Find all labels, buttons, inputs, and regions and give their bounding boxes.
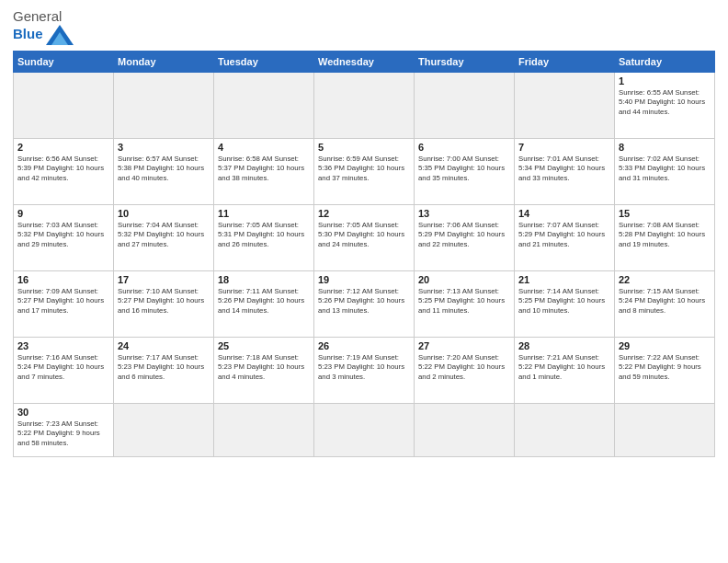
- week-row-1: 1Sunrise: 6:55 AM Sunset: 5:40 PM Daylig…: [14, 72, 715, 138]
- calendar-cell: [515, 72, 615, 138]
- day-info: Sunrise: 7:15 AM Sunset: 5:24 PM Dayligh…: [619, 287, 711, 316]
- calendar-cell: [214, 403, 314, 456]
- calendar-cell: 19Sunrise: 7:12 AM Sunset: 5:26 PM Dayli…: [314, 270, 415, 337]
- calendar-cell: 3Sunrise: 6:57 AM Sunset: 5:38 PM Daylig…: [114, 138, 214, 204]
- day-number: 16: [17, 274, 109, 285]
- day-number: 22: [619, 274, 711, 285]
- day-info: Sunrise: 7:05 AM Sunset: 5:31 PM Dayligh…: [218, 221, 310, 250]
- day-number: 5: [318, 142, 410, 153]
- day-info: Sunrise: 7:18 AM Sunset: 5:23 PM Dayligh…: [218, 353, 310, 383]
- day-info: Sunrise: 7:02 AM Sunset: 5:33 PM Dayligh…: [619, 155, 711, 184]
- calendar-cell: [114, 403, 214, 456]
- day-info: Sunrise: 7:04 AM Sunset: 5:32 PM Dayligh…: [118, 221, 210, 250]
- day-number: 24: [118, 340, 210, 351]
- weekday-header-sunday: Sunday: [14, 51, 114, 72]
- calendar-cell: 4Sunrise: 6:58 AM Sunset: 5:37 PM Daylig…: [214, 138, 314, 204]
- calendar-cell: 5Sunrise: 6:59 AM Sunset: 5:36 PM Daylig…: [314, 138, 415, 204]
- calendar-cell: 28Sunrise: 7:21 AM Sunset: 5:22 PM Dayli…: [515, 337, 615, 403]
- day-number: 8: [619, 142, 711, 153]
- day-number: 30: [17, 407, 109, 418]
- calendar-cell: 23Sunrise: 7:16 AM Sunset: 5:24 PM Dayli…: [14, 337, 114, 403]
- day-number: 21: [518, 274, 610, 285]
- day-number: 11: [218, 208, 310, 219]
- calendar-cell: 17Sunrise: 7:10 AM Sunset: 5:27 PM Dayli…: [114, 270, 214, 337]
- week-row-4: 16Sunrise: 7:09 AM Sunset: 5:27 PM Dayli…: [14, 270, 715, 337]
- day-number: 13: [418, 208, 510, 219]
- day-number: 29: [619, 340, 711, 351]
- weekday-header-row: SundayMondayTuesdayWednesdayThursdayFrid…: [14, 51, 715, 72]
- day-info: Sunrise: 7:05 AM Sunset: 5:30 PM Dayligh…: [318, 221, 410, 250]
- day-number: 25: [218, 340, 310, 351]
- day-info: Sunrise: 6:59 AM Sunset: 5:36 PM Dayligh…: [318, 155, 410, 184]
- calendar-cell: [515, 403, 615, 456]
- calendar-cell: [114, 72, 214, 138]
- calendar-table: SundayMondayTuesdayWednesdayThursdayFrid…: [13, 51, 715, 457]
- day-info: Sunrise: 7:10 AM Sunset: 5:27 PM Dayligh…: [118, 287, 210, 316]
- day-info: Sunrise: 7:14 AM Sunset: 5:25 PM Dayligh…: [518, 287, 610, 316]
- weekday-header-thursday: Thursday: [415, 51, 515, 72]
- calendar-cell: 26Sunrise: 7:19 AM Sunset: 5:23 PM Dayli…: [314, 337, 415, 403]
- calendar-cell: [415, 72, 515, 138]
- calendar-cell: 22Sunrise: 7:15 AM Sunset: 5:24 PM Dayli…: [615, 270, 715, 337]
- logo: General Blue: [13, 9, 74, 45]
- logo-icon: [46, 25, 74, 45]
- calendar-cell: 27Sunrise: 7:20 AM Sunset: 5:22 PM Dayli…: [415, 337, 515, 403]
- day-info: Sunrise: 6:57 AM Sunset: 5:38 PM Dayligh…: [118, 155, 210, 184]
- week-row-6: 30Sunrise: 7:23 AM Sunset: 5:22 PM Dayli…: [14, 403, 715, 456]
- day-number: 26: [318, 340, 410, 351]
- day-number: 20: [418, 274, 510, 285]
- day-info: Sunrise: 7:19 AM Sunset: 5:23 PM Dayligh…: [318, 353, 410, 383]
- weekday-header-monday: Monday: [114, 51, 214, 72]
- day-number: 15: [619, 208, 711, 219]
- day-number: 3: [118, 142, 210, 153]
- day-number: 17: [118, 274, 210, 285]
- calendar-cell: [14, 72, 114, 138]
- calendar-cell: [615, 403, 715, 456]
- day-info: Sunrise: 7:00 AM Sunset: 5:35 PM Dayligh…: [418, 155, 510, 184]
- day-number: 6: [418, 142, 510, 153]
- calendar-cell: 30Sunrise: 7:23 AM Sunset: 5:22 PM Dayli…: [14, 403, 114, 456]
- calendar-cell: 2Sunrise: 6:56 AM Sunset: 5:39 PM Daylig…: [14, 138, 114, 204]
- day-info: Sunrise: 7:16 AM Sunset: 5:24 PM Dayligh…: [17, 353, 109, 383]
- week-row-3: 9Sunrise: 7:03 AM Sunset: 5:32 PM Daylig…: [14, 204, 715, 270]
- day-number: 10: [118, 208, 210, 219]
- header: General Blue: [13, 9, 715, 45]
- calendar-cell: 8Sunrise: 7:02 AM Sunset: 5:33 PM Daylig…: [615, 138, 715, 204]
- calendar-cell: 21Sunrise: 7:14 AM Sunset: 5:25 PM Dayli…: [515, 270, 615, 337]
- calendar-cell: 18Sunrise: 7:11 AM Sunset: 5:26 PM Dayli…: [214, 270, 314, 337]
- weekday-header-friday: Friday: [515, 51, 615, 72]
- day-info: Sunrise: 7:17 AM Sunset: 5:23 PM Dayligh…: [118, 353, 210, 383]
- calendar-cell: 24Sunrise: 7:17 AM Sunset: 5:23 PM Dayli…: [114, 337, 214, 403]
- day-number: 19: [318, 274, 410, 285]
- day-info: Sunrise: 7:21 AM Sunset: 5:22 PM Dayligh…: [518, 353, 610, 383]
- day-number: 2: [17, 142, 109, 153]
- day-number: 12: [318, 208, 410, 219]
- day-number: 27: [418, 340, 510, 351]
- day-info: Sunrise: 7:13 AM Sunset: 5:25 PM Dayligh…: [418, 287, 510, 316]
- day-info: Sunrise: 7:06 AM Sunset: 5:29 PM Dayligh…: [418, 221, 510, 250]
- day-number: 28: [518, 340, 610, 351]
- calendar-cell: [214, 72, 314, 138]
- calendar-cell: 9Sunrise: 7:03 AM Sunset: 5:32 PM Daylig…: [14, 204, 114, 270]
- day-info: Sunrise: 7:20 AM Sunset: 5:22 PM Dayligh…: [418, 353, 510, 383]
- calendar-cell: 10Sunrise: 7:04 AM Sunset: 5:32 PM Dayli…: [114, 204, 214, 270]
- weekday-header-saturday: Saturday: [615, 51, 715, 72]
- day-number: 14: [518, 208, 610, 219]
- day-info: Sunrise: 7:01 AM Sunset: 5:34 PM Dayligh…: [518, 155, 610, 184]
- day-info: Sunrise: 6:55 AM Sunset: 5:40 PM Dayligh…: [619, 88, 711, 118]
- calendar-cell: 11Sunrise: 7:05 AM Sunset: 5:31 PM Dayli…: [214, 204, 314, 270]
- day-info: Sunrise: 7:08 AM Sunset: 5:28 PM Dayligh…: [619, 221, 711, 250]
- day-info: Sunrise: 6:56 AM Sunset: 5:39 PM Dayligh…: [17, 155, 109, 184]
- weekday-header-tuesday: Tuesday: [214, 51, 314, 72]
- day-number: 1: [619, 75, 711, 86]
- day-info: Sunrise: 7:11 AM Sunset: 5:26 PM Dayligh…: [218, 287, 310, 316]
- day-number: 4: [218, 142, 310, 153]
- week-row-2: 2Sunrise: 6:56 AM Sunset: 5:39 PM Daylig…: [14, 138, 715, 204]
- calendar-cell: 6Sunrise: 7:00 AM Sunset: 5:35 PM Daylig…: [415, 138, 515, 204]
- day-info: Sunrise: 6:58 AM Sunset: 5:37 PM Dayligh…: [218, 155, 310, 184]
- day-info: Sunrise: 7:09 AM Sunset: 5:27 PM Dayligh…: [17, 287, 109, 316]
- day-info: Sunrise: 7:22 AM Sunset: 5:22 PM Dayligh…: [619, 353, 711, 383]
- day-info: Sunrise: 7:07 AM Sunset: 5:29 PM Dayligh…: [518, 221, 610, 250]
- day-number: 7: [518, 142, 610, 153]
- logo-blue: Blue: [13, 27, 43, 42]
